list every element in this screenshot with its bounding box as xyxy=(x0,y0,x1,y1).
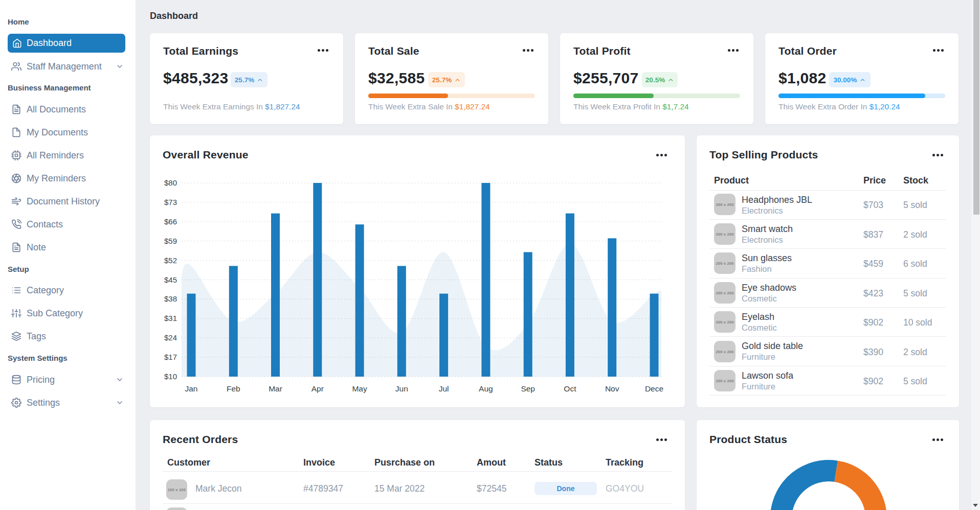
svg-text:Mar: Mar xyxy=(269,384,282,393)
svg-text:Apr: Apr xyxy=(311,384,324,393)
svg-text:Jun: Jun xyxy=(395,384,408,393)
svg-text:Nov: Nov xyxy=(605,384,619,393)
svg-text:$45: $45 xyxy=(164,275,177,284)
svg-text:Dece: Dece xyxy=(645,384,663,393)
svg-text:$73: $73 xyxy=(164,198,177,206)
svg-text:$80: $80 xyxy=(164,178,177,187)
svg-text:Oct: Oct xyxy=(564,384,576,393)
svg-text:$59: $59 xyxy=(164,237,177,245)
svg-text:May: May xyxy=(352,384,367,393)
svg-text:Jul: Jul xyxy=(439,384,449,393)
svg-text:$24: $24 xyxy=(164,333,177,342)
svg-text:Feb: Feb xyxy=(227,384,240,393)
svg-text:Aug: Aug xyxy=(479,384,493,393)
svg-text:$66: $66 xyxy=(164,217,177,226)
svg-text:Sep: Sep xyxy=(521,384,535,393)
svg-text:$52: $52 xyxy=(164,256,177,265)
svg-text:$10: $10 xyxy=(164,372,177,381)
svg-text:$31: $31 xyxy=(164,314,177,322)
svg-text:Jan: Jan xyxy=(185,384,198,393)
svg-text:$38: $38 xyxy=(164,294,177,303)
svg-text:$17: $17 xyxy=(164,353,177,361)
